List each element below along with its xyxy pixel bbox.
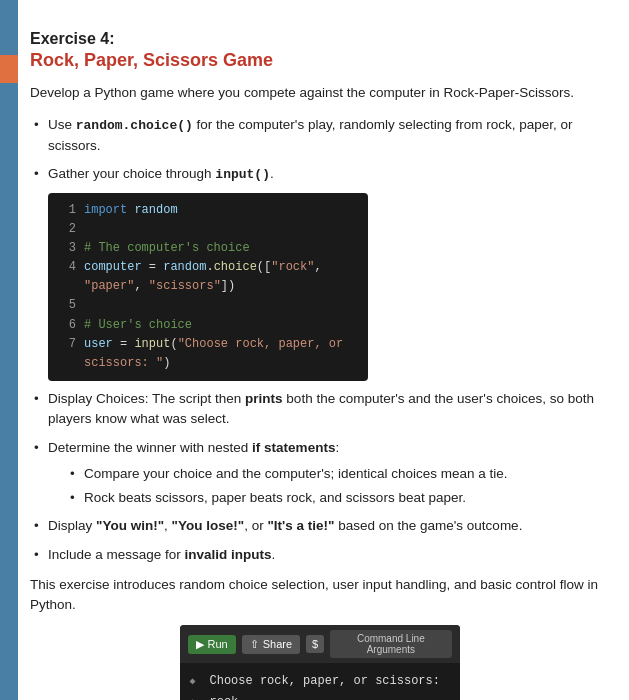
terminal-text-1: Choose rock, paper, or scissors: [210,671,440,691]
bullet-random-choice: Use random.choice() for the computer's p… [30,115,609,156]
line-num-4: 4 [58,258,76,296]
comment-1: # The computer's choice [84,239,250,258]
bold-prints: prints [245,391,283,406]
bullet-determine-winner: Determine the winner with nested if stat… [30,438,609,509]
terminal-line-1: ◆ Choose rock, paper, or scissors: [190,671,450,691]
code-line-1: 1 import random [58,201,358,220]
bold-if: if statements [252,440,335,455]
bullet-invalid-inputs: Include a message for invalid inputs. [30,545,609,565]
share-button[interactable]: ⇧ Share [242,635,300,654]
run-button[interactable]: ▶ Run [188,635,236,654]
left-accent-bar [0,0,18,700]
terminal-output: ◆ Choose rock, paper, or scissors: ▲ roc… [180,663,460,700]
code-line-3: 3 # The computer's choice [58,239,358,258]
code-line-4: 4 computer = random.choice(["rock", "pap… [58,258,358,296]
sub-bullet-tie: Compare your choice and the computer's; … [66,464,609,484]
bullet-display-choices: Display Choices: The script then prints … [30,389,609,430]
dollar-button[interactable]: $ [306,635,324,653]
kw-import: import [84,203,127,217]
bold-you-win: "You win!" [96,518,164,533]
terminal-container: ▶ Run ⇧ Share $ Command Line Arguments ◆… [180,625,460,700]
line-num-5: 5 [58,296,76,315]
line-num-7: 7 [58,335,76,373]
exercise-label: Exercise 4: [30,30,609,48]
bullet-outcome-text: Display "You win!", "You lose!", or "It'… [48,518,522,533]
code-line-2: 2 [58,220,358,239]
dollar-label: $ [312,638,318,650]
bullet-code-1: random.choice() [76,118,193,133]
bold-you-lose: "You lose!" [172,518,245,533]
code-line-5: 5 [58,296,358,315]
sub-bullet-beats: Rock beats scissors, paper beats rock, a… [66,488,609,508]
code-line-6: 6 # User's choice [58,316,358,335]
main-content: Exercise 4: Rock, Paper, Scissors Game D… [30,0,609,700]
bullet-determine-text: Determine the winner with nested if stat… [48,440,339,455]
bullet-display-before: Display Choices: The script then prints … [48,391,594,426]
bullet-text-after-2: . [270,166,274,181]
code-line-7: 7 user = input("Choose rock, paper, or s… [58,335,358,373]
terminal-icon-1: ◆ [190,673,202,690]
share-label: Share [263,638,292,650]
line-num-1: 1 [58,201,76,220]
intro-text: Develop a Python game where you compete … [30,83,609,103]
bullet-text-before-1: Use [48,117,76,132]
exercise-title: Rock, Paper, Scissors Game [30,50,609,71]
cmdargs-button[interactable]: Command Line Arguments [330,630,451,658]
run-icon: ▶ [196,638,204,651]
sub-bullet-list: Compare your choice and the computer's; … [66,464,609,509]
bold-invalid: invalid inputs [185,547,272,562]
share-icon: ⇧ [250,638,259,651]
left-accent-orange [0,55,18,83]
comment-2: # User's choice [84,316,192,335]
bold-tie: "It's a tie!" [267,518,334,533]
sub-bullet-beats-text: Rock beats scissors, paper beats rock, a… [84,490,466,505]
outro-text: This exercise introduces random choice s… [30,575,609,616]
terminal-icon-2: ▲ [190,694,202,700]
main-bullet-list: Use random.choice() for the computer's p… [30,115,609,565]
line-num-6: 6 [58,316,76,335]
bullet-invalid-text: Include a message for invalid inputs. [48,547,275,562]
line-num-2: 2 [58,220,76,239]
terminal-line-2: ▲ rock [190,692,450,700]
line-num-3: 3 [58,239,76,258]
outro-content: This exercise introduces random choice s… [30,577,598,612]
cmdargs-label: Command Line Arguments [357,633,425,655]
terminal-toolbar: ▶ Run ⇧ Share $ Command Line Arguments [180,625,460,663]
run-label: Run [208,638,228,650]
code-block: 1 import random 2 3 # The computer's cho… [48,193,368,382]
terminal-text-2: rock [210,692,239,700]
bullet-code-2: input() [215,167,270,182]
kw-random-name: random [134,203,177,217]
bullet-input: Gather your choice through input(). 1 im… [30,164,609,381]
bullet-display-outcome: Display "You win!", "You lose!", or "It'… [30,516,609,536]
bullet-text-before-2: Gather your choice through [48,166,215,181]
sub-bullet-tie-text: Compare your choice and the computer's; … [84,466,508,481]
